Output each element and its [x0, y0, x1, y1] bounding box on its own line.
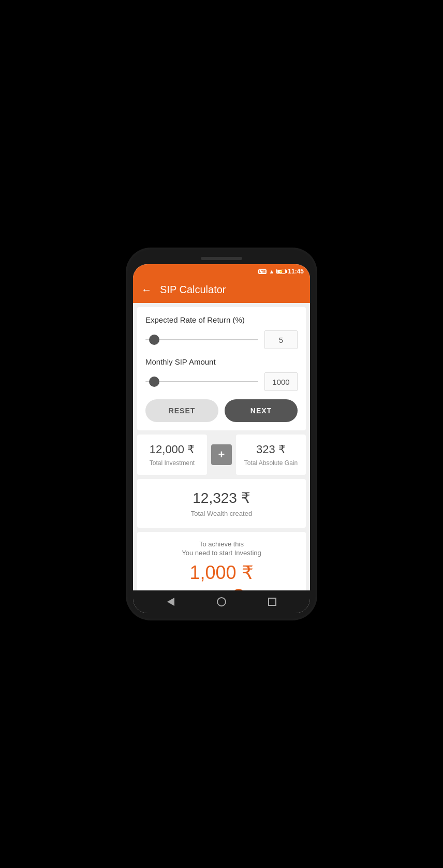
total-investment-label: Total Investment	[150, 459, 195, 467]
achieve-amount: 1,000 ₹	[145, 562, 298, 584]
sip-slider-track	[145, 381, 258, 382]
nav-recents-button[interactable]	[267, 597, 277, 607]
app-title: SIP Calculator	[160, 284, 226, 296]
next-button[interactable]: NEXT	[225, 399, 298, 422]
recents-nav-icon	[268, 598, 276, 606]
rate-value: 5	[279, 336, 283, 344]
total-investment-card: 12,000 ₹ Total Investment	[137, 435, 207, 475]
rate-value-box: 5	[264, 330, 298, 349]
home-nav-icon	[217, 597, 226, 606]
plus-icon: +	[211, 444, 232, 465]
lte-icon: LTE	[258, 269, 267, 274]
sip-slider-thumb[interactable]	[149, 377, 159, 387]
total-gain-card: 323 ₹ Total Absolute Gain	[236, 435, 306, 475]
achieve-card: To achieve this You need to start Invest…	[137, 532, 306, 590]
reset-button[interactable]: RESET	[145, 399, 218, 422]
status-icons: LTE ▲ ⚡ 11:45	[258, 268, 304, 275]
sip-slider-row: 1000	[145, 372, 298, 391]
total-wealth-label: Total Wealth created	[145, 510, 298, 517]
battery-icon: ⚡	[276, 269, 286, 274]
sip-label: Monthly SIP Amount	[145, 357, 298, 366]
rate-slider-thumb[interactable]	[149, 335, 159, 345]
buttons-row: RESET NEXT	[145, 399, 298, 422]
rate-slider-track	[145, 339, 258, 340]
back-nav-icon	[167, 598, 174, 606]
back-button[interactable]: ←	[141, 284, 152, 296]
achieve-subtitle1: To achieve this	[145, 540, 298, 548]
calculator-card: Expected Rate of Return (%) 5 Monthly SI…	[137, 307, 306, 430]
total-gain-label: Total Absolute Gain	[244, 459, 298, 467]
status-bar: LTE ▲ ⚡ 11:45	[133, 264, 310, 279]
clock: 11:45	[288, 268, 304, 275]
signal-icon: ▲	[269, 268, 274, 274]
speaker	[201, 257, 242, 260]
sip-value-box: 1000	[264, 372, 298, 391]
total-gain-amount: 323 ₹	[256, 443, 286, 456]
battery-bolt: ⚡	[278, 269, 284, 274]
total-wealth-card: 12,323 ₹ Total Wealth created	[137, 479, 306, 528]
rate-label: Expected Rate of Return (%)	[145, 315, 298, 324]
rate-slider-row: 5	[145, 330, 298, 349]
phone-screen: LTE ▲ ⚡ 11:45 ← SIP Calculator Expected …	[133, 264, 310, 613]
total-investment-amount: 12,000 ₹	[150, 443, 195, 456]
main-content: Expected Rate of Return (%) 5 Monthly SI…	[133, 303, 310, 590]
total-wealth-amount: 12,323 ₹	[145, 489, 298, 507]
app-bar: ← SIP Calculator	[133, 279, 310, 303]
nav-home-button[interactable]	[216, 597, 227, 607]
sip-value: 1000	[272, 378, 289, 386]
results-row: 12,000 ₹ Total Investment + 323 ₹ Total …	[137, 435, 306, 475]
sip-slider-container[interactable]	[145, 377, 258, 387]
bottom-nav	[133, 590, 310, 613]
rate-slider-container[interactable]	[145, 335, 258, 345]
nav-back-button[interactable]	[166, 597, 176, 607]
achieve-subtitle2: You need to start Investing	[145, 549, 298, 557]
